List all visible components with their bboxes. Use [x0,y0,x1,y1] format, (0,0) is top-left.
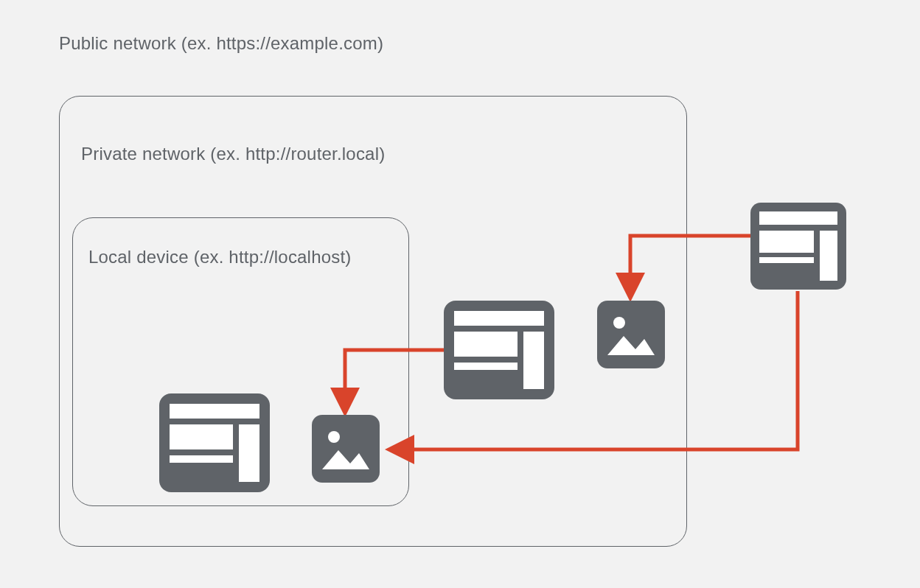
browser-icon [750,203,846,290]
svg-rect-8 [454,311,544,326]
image-local [312,415,380,486]
svg-point-6 [613,317,625,329]
image-icon [597,301,665,368]
browser-public [750,203,846,293]
svg-rect-4 [820,231,837,281]
diagram-canvas: Public network (ex. https://example.com)… [0,0,920,588]
svg-rect-3 [759,257,814,263]
svg-rect-5 [597,301,665,368]
image-icon [312,415,380,483]
browser-private [444,301,554,402]
svg-rect-12 [312,415,380,483]
svg-rect-16 [170,424,233,449]
svg-rect-2 [759,231,814,253]
image-private [597,301,665,371]
browser-icon [444,301,554,399]
svg-rect-17 [170,455,233,463]
svg-point-13 [328,431,340,443]
local-device-label: Local device (ex. http://localhost) [88,247,352,267]
browser-icon [159,393,270,492]
svg-rect-9 [454,332,518,357]
svg-rect-15 [170,404,259,419]
svg-rect-10 [454,363,518,370]
browser-local [159,393,270,495]
svg-rect-1 [759,211,837,225]
public-network-label: Public network (ex. https://example.com) [59,33,383,54]
svg-rect-11 [523,332,544,389]
svg-rect-18 [239,424,259,482]
private-network-label: Private network (ex. http://router.local… [81,144,385,164]
